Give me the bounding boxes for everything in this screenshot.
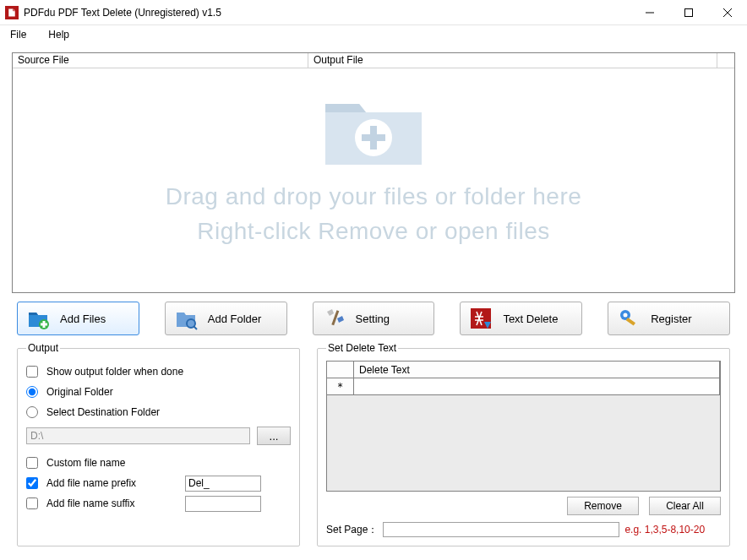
file-list-header: Source File Output File [13,53,734,68]
grid-column-header[interactable]: Delete Text [354,362,720,378]
custom-file-name-checkbox[interactable] [26,457,38,469]
svg-rect-1 [685,8,693,16]
delete-text-grid[interactable]: Delete Text * [326,361,721,492]
menu-file[interactable]: File [7,27,30,42]
close-button[interactable] [708,0,747,24]
output-group: Output Show output folder when done Orig… [17,342,300,546]
set-page-label: Set Page： [326,523,378,537]
app-icon [5,6,19,19]
grid-new-row-cell[interactable] [354,378,720,395]
delete-text-legend: Set Delete Text [326,342,398,354]
setting-icon [322,307,346,330]
suffix-input[interactable] [185,496,261,512]
folder-plus-icon [319,87,428,171]
svg-line-11 [194,326,197,329]
minimize-button[interactable] [630,0,669,24]
set-page-example: e.g. 1,3,5-8,10-20 [624,524,705,536]
grid-corner-cell [327,362,354,378]
browse-button[interactable]: ... [257,427,291,445]
select-destination-label: Select Destination Folder [46,406,160,418]
add-prefix-label: Add file name prefix [46,477,173,489]
grid-new-row-marker: * [327,378,354,395]
title-bar: PDFdu PDF Text Delete (Unregistered) v1.… [0,0,747,25]
show-output-folder-label: Show output folder when done [46,366,183,378]
custom-file-name-label: Custom file name [46,457,173,469]
destination-path-input [26,427,250,444]
delete-text-group: Set Delete Text Delete Text * Remove Cle… [317,342,730,546]
text-delete-button[interactable]: Text Delete [460,302,582,335]
set-page-input[interactable] [383,522,619,537]
setting-button[interactable]: Setting [313,302,435,335]
text-delete-label: Text Delete [503,313,558,325]
clear-all-button[interactable]: Clear All [649,497,721,515]
svg-rect-16 [626,318,635,326]
svg-rect-6 [362,134,385,141]
show-output-folder-checkbox[interactable] [26,366,38,378]
column-output-file[interactable]: Output File [308,53,717,68]
add-suffix-label: Add file name suffix [46,497,173,509]
add-files-button[interactable]: Add Files [17,302,139,335]
add-folder-icon [174,307,198,330]
prefix-input[interactable] [185,476,261,492]
select-destination-radio[interactable] [26,406,38,418]
add-folder-label: Add Folder [208,313,262,325]
register-label: Register [651,313,691,325]
output-legend: Output [26,342,60,354]
toolbar: Add Files Add Folder Setting Text Delete… [12,293,735,342]
text-delete-icon [469,307,493,330]
add-files-label: Add Files [60,313,106,325]
menu-help[interactable]: Help [45,27,73,42]
add-suffix-checkbox[interactable] [26,497,38,509]
maximize-button[interactable] [669,0,708,24]
remove-button[interactable]: Remove [567,497,639,515]
file-list[interactable]: Source File Output File Drag and drop yo… [12,52,735,293]
add-files-icon [26,307,50,330]
original-folder-radio[interactable] [26,386,38,398]
menu-bar: File Help [0,25,747,44]
register-button[interactable]: Register [608,302,730,335]
svg-rect-9 [41,323,47,326]
setting-label: Setting [356,313,390,325]
drop-hint-line2: Right-click Remove or open files [166,215,582,249]
column-source-file[interactable]: Source File [13,53,308,68]
add-prefix-checkbox[interactable] [26,477,38,489]
svg-point-15 [624,313,628,318]
add-folder-button[interactable]: Add Folder [165,302,287,335]
window-title: PDFdu PDF Text Delete (Unregistered) v1.… [24,7,630,19]
drop-zone[interactable]: Drag and drop your files or folder here … [13,68,734,292]
original-folder-label: Original Folder [46,386,113,398]
drop-hint-line1: Drag and drop your files or folder here [166,180,582,215]
register-icon [617,307,641,330]
